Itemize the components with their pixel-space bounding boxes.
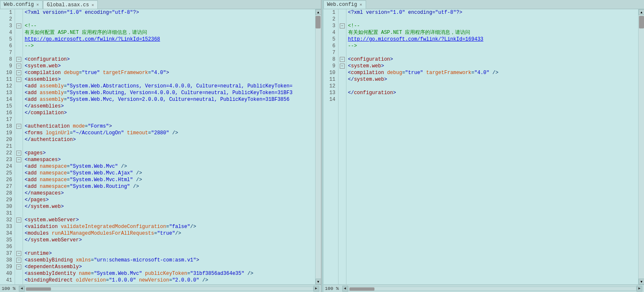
hscroll-track[interactable]	[348, 287, 636, 291]
collapse-icon[interactable]: −	[16, 23, 21, 28]
code-line: <runtime>	[25, 250, 313, 257]
collapse-icon	[16, 43, 22, 49]
vertical-scrollbar[interactable]: ▲▼	[315, 9, 321, 284]
scroll-up-button[interactable]: ▲	[316, 9, 321, 15]
collapse-icon[interactable]: −	[16, 151, 21, 156]
tab-bar: Web.config✕	[323, 0, 644, 9]
tab[interactable]: Web.config✕	[0, 0, 43, 9]
scroll-thumb[interactable]	[639, 16, 644, 28]
code-line: <?xml version="1.0" encoding="utf-8"?>	[25, 9, 313, 16]
tab-label: Global.asax.cs	[47, 2, 89, 8]
scroll-down-button[interactable]: ▼	[639, 279, 644, 284]
hscroll-track[interactable]	[25, 287, 313, 291]
horizontal-scrollbar[interactable]: ◄►	[342, 286, 642, 292]
line-number: 41	[3, 277, 12, 284]
collapse-icon	[16, 190, 22, 197]
vertical-scrollbar[interactable]: ▲▼	[638, 9, 644, 284]
collapse-icon	[16, 83, 22, 90]
collapse-icon	[16, 36, 22, 43]
line-number: 24	[3, 163, 12, 170]
collapse-icon	[16, 29, 22, 36]
code-line: <configuration>	[25, 56, 313, 63]
tab-close-icon[interactable]: ✕	[360, 2, 362, 7]
horizontal-scrollbar[interactable]: ◄►	[19, 286, 319, 292]
code-line	[25, 116, 313, 123]
collapse-icon[interactable]: −	[16, 57, 21, 62]
scroll-right-button[interactable]: ►	[636, 286, 642, 292]
line-number: 29	[3, 197, 12, 203]
collapse-icon	[16, 130, 22, 136]
code-line: <add namespace="System.Web.Mvc" />	[25, 163, 313, 170]
code-line: <configuration>	[348, 56, 637, 63]
scroll-up-button[interactable]: ▲	[639, 9, 644, 15]
collapse-icon[interactable]: −	[16, 251, 21, 256]
collapse-icon	[16, 143, 22, 150]
collapse-icon[interactable]: −	[16, 77, 21, 82]
scroll-right-button[interactable]: ►	[313, 286, 319, 292]
code-line	[25, 243, 313, 250]
line-number: 31	[3, 210, 12, 217]
tab-close-icon[interactable]: ✕	[36, 2, 39, 7]
line-number: 5	[326, 36, 336, 43]
code-line: </system.webServer>	[25, 237, 313, 243]
line-number: 27	[3, 183, 12, 190]
code-line: </system.web>	[348, 76, 637, 83]
code-line: </assemblies>	[25, 103, 313, 110]
line-number: 15	[3, 103, 12, 110]
line-number: 4	[3, 29, 12, 36]
line-number: 14	[326, 96, 336, 103]
line-number: 11	[3, 76, 12, 83]
line-number: 6	[326, 43, 336, 49]
collapse-icon[interactable]: −	[16, 64, 21, 69]
line-number: 35	[3, 237, 12, 243]
code-line: <add assembly="System.Web.Abstractions, …	[25, 83, 313, 90]
collapse-icon[interactable]: −	[16, 157, 21, 162]
collapse-icon[interactable]: −	[16, 264, 21, 269]
editor-container: Web.config✕Global.asax.cs✕12345678910111…	[0, 0, 644, 292]
collapse-icon[interactable]: −	[340, 64, 345, 69]
zoom-level: 100 %	[325, 286, 339, 291]
scroll-thumb[interactable]	[316, 16, 321, 28]
scroll-left-button[interactable]: ◄	[19, 286, 25, 292]
code-area[interactable]: 1234567891011121314−−−<?xml version="1.0…	[323, 9, 639, 284]
line-number: 34	[3, 230, 12, 237]
line-number: 17	[3, 116, 12, 123]
collapse-icon	[16, 16, 22, 23]
code-line: <system.web>	[25, 63, 313, 69]
line-number: 4	[326, 29, 336, 36]
collapse-icon[interactable]: −	[340, 57, 345, 62]
code-area[interactable]: 1234567891011121314151617181920212223242…	[0, 9, 315, 284]
collapse-icon	[339, 49, 345, 56]
line-number: 32	[3, 217, 12, 223]
scroll-left-button[interactable]: ◄	[342, 286, 348, 292]
line-numbers: 1234567891011121314	[323, 9, 339, 284]
code-line	[25, 143, 313, 150]
collapse-icon[interactable]: −	[340, 23, 345, 28]
collapse-icon[interactable]: −	[16, 258, 21, 263]
code-line: <compilation debug="true" targetFramewor…	[25, 69, 313, 76]
collapse-icon	[16, 203, 22, 210]
scroll-down-button[interactable]: ▼	[316, 279, 321, 284]
hscroll-thumb[interactable]	[26, 287, 51, 291]
collapse-icon	[16, 49, 22, 56]
line-number: 1	[326, 9, 336, 16]
code-line: <add assembly="System.Web.Routing, Versi…	[25, 90, 313, 96]
collapse-icon[interactable]: −	[16, 124, 21, 129]
collapse-icon	[16, 110, 22, 116]
hscroll-thumb[interactable]	[349, 287, 374, 291]
line-number: 14	[3, 96, 12, 103]
code-line: <namespaces>	[25, 156, 313, 163]
tab-bar: Web.config✕Global.asax.cs✕	[0, 0, 321, 9]
collapse-icon	[339, 76, 345, 83]
scroll-track[interactable]	[639, 15, 644, 279]
tab[interactable]: Global.asax.cs✕	[43, 0, 98, 9]
collapse-icon[interactable]: −	[16, 218, 21, 223]
line-number: 26	[3, 177, 12, 183]
line-number: 7	[3, 49, 12, 56]
line-number: 36	[3, 243, 12, 250]
collapse-icon[interactable]: −	[16, 70, 21, 75]
tab[interactable]: Web.config✕	[323, 0, 366, 9]
scroll-track[interactable]	[316, 15, 321, 279]
tab-close-icon[interactable]: ✕	[92, 3, 94, 8]
code-line	[348, 83, 637, 90]
